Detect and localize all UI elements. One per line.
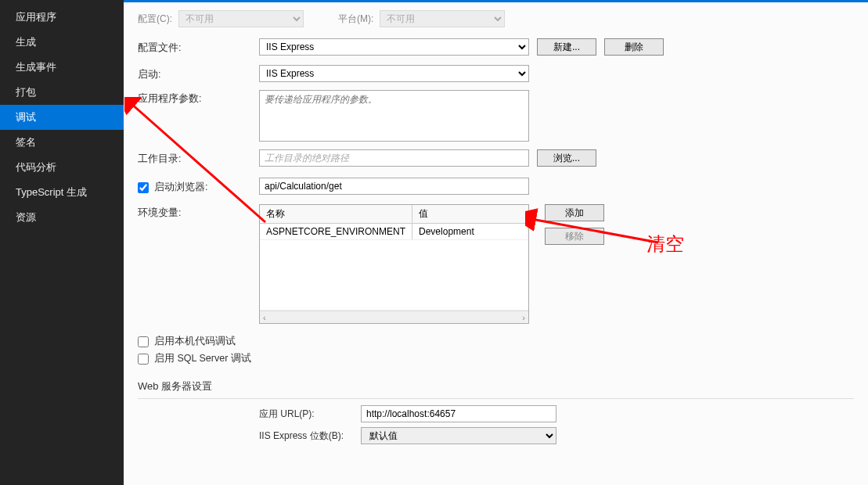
scroll-right-icon[interactable]: › xyxy=(522,313,525,322)
remove-env-button[interactable]: 移除 xyxy=(545,228,604,245)
scroll-left-icon[interactable]: ‹ xyxy=(263,313,266,322)
browser-url-input[interactable] xyxy=(259,178,529,195)
sidebar-item-code-analysis[interactable]: 代码分析 xyxy=(0,155,124,180)
launch-browser-label: 启动浏览器: xyxy=(154,181,207,194)
platform-select: 不可用 xyxy=(380,10,505,27)
env-col-value: 值 xyxy=(412,205,528,224)
env-vars-table[interactable]: 名称 值 ASPNETCORE_ENVIRONMENT Development xyxy=(259,204,529,324)
app-url-label: 应用 URL(P): xyxy=(259,408,361,421)
config-select: 不可用 xyxy=(178,10,304,27)
add-env-button[interactable]: 添加 xyxy=(545,204,604,221)
sidebar-item-package[interactable]: 打包 xyxy=(0,80,124,105)
env-vars-label: 环境变量: xyxy=(138,204,259,220)
new-profile-button[interactable]: 新建... xyxy=(537,38,596,56)
iis-bits-select[interactable]: 默认值 xyxy=(361,427,556,444)
app-url-input[interactable] xyxy=(361,405,556,422)
workdir-label: 工作目录: xyxy=(138,150,259,166)
sidebar-item-application[interactable]: 应用程序 xyxy=(0,5,124,30)
launch-browser-checkbox[interactable] xyxy=(138,182,149,193)
app-args-label: 应用程序参数: xyxy=(138,90,259,106)
profile-select[interactable]: IIS Express xyxy=(259,38,529,56)
workdir-input[interactable] xyxy=(259,149,529,167)
app-args-textarea[interactable] xyxy=(259,90,529,142)
launch-label: 启动: xyxy=(138,66,259,81)
browse-workdir-button[interactable]: 浏览... xyxy=(537,149,596,167)
profile-label: 配置文件: xyxy=(138,39,259,55)
env-col-name: 名称 xyxy=(260,205,412,224)
sidebar-item-typescript-build[interactable]: TypeScript 生成 xyxy=(0,180,124,205)
iis-bits-label: IIS Express 位数(B): xyxy=(259,429,361,443)
platform-label: 平台(M): xyxy=(338,13,373,26)
sql-debug-label: 启用 SQL Server 调试 xyxy=(154,352,251,365)
main-panel: 配置(C): 不可用 平台(M): 不可用 配置文件: IIS Express … xyxy=(124,0,868,485)
sidebar-item-resources[interactable]: 资源 xyxy=(0,205,124,230)
sidebar-item-debug[interactable]: 调试 xyxy=(0,105,124,130)
launch-select[interactable]: IIS Express xyxy=(259,65,529,82)
sidebar-item-build-events[interactable]: 生成事件 xyxy=(0,55,124,80)
sidebar-item-build[interactable]: 生成 xyxy=(0,30,124,55)
env-table-scrollbar[interactable]: ‹ › xyxy=(260,311,528,323)
native-debug-checkbox[interactable] xyxy=(138,336,149,347)
native-debug-label: 启用本机代码调试 xyxy=(154,335,236,348)
env-row[interactable]: ASPNETCORE_ENVIRONMENT Development xyxy=(260,224,528,240)
sidebar: 应用程序 生成 生成事件 打包 调试 签名 代码分析 TypeScript 生成… xyxy=(0,0,124,485)
env-row-name: ASPNETCORE_ENVIRONMENT xyxy=(260,224,412,240)
env-row-value: Development xyxy=(412,224,528,240)
sidebar-item-signing[interactable]: 签名 xyxy=(0,130,124,155)
config-label: 配置(C): xyxy=(138,13,172,26)
delete-profile-button[interactable]: 删除 xyxy=(604,38,664,56)
webserver-section-title: Web 服务器设置 xyxy=(138,379,854,399)
sql-debug-checkbox[interactable] xyxy=(138,354,149,365)
